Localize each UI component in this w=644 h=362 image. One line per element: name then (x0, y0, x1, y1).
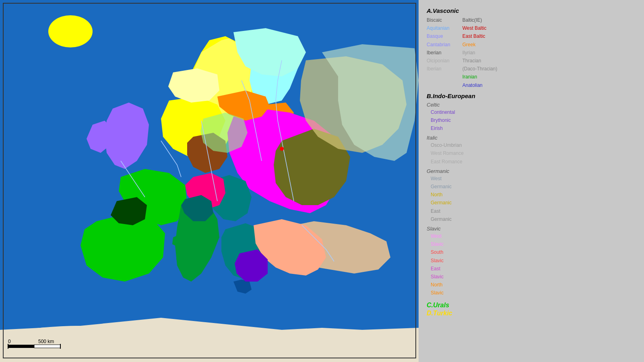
legend-east-romance: East Romance (431, 158, 636, 166)
svg-rect-5 (8, 345, 34, 348)
svg-point-11 (280, 147, 284, 151)
legend-west-slavic-2: Slavic (431, 241, 636, 248)
map-svg: 0 500 km (0, 0, 419, 362)
legend-east-slavic-2: Slavic (431, 273, 636, 281)
legend-aquitanian: Aquitanian (427, 25, 450, 32)
legend-west-romance: West Romance (431, 150, 636, 157)
legend-biscaic: Biscaic (427, 16, 450, 24)
legend-iberian: Iberian (427, 49, 450, 57)
legend-basque: Basque (427, 33, 450, 40)
section-b-title: B.Indo-European (427, 93, 636, 99)
legend-daco-thracian: (Daco-Thracian) (462, 65, 497, 73)
legend-panel: A.Vasconic Biscaic Aquitanian Basque Can… (419, 0, 644, 362)
legend-south-slavic-1: South (431, 249, 636, 256)
legend-east-slavic-1: East (431, 265, 636, 273)
legend-north-germanic-1: North (431, 191, 636, 199)
legend-north-germanic-2: Germanic (431, 199, 636, 207)
legend-greek: Greek (462, 41, 497, 49)
legend-continental: Continental (431, 109, 636, 116)
legend-east-germanic-1: East (431, 208, 636, 215)
section-d-title: D.Turkic (427, 310, 636, 317)
legend-west-germanic-1: West (431, 175, 636, 183)
legend-iranian: Iranian (462, 73, 497, 81)
legend-west-baltic: West Baltic (462, 25, 497, 32)
legend-anatolian: Anatolian (462, 82, 497, 89)
legend-north-slavic-2: Slavic (431, 289, 636, 297)
legend-celtic: Celtic (427, 102, 636, 108)
section-a-title: A.Vasconic (427, 7, 636, 14)
legend-cantabrian: Cantabrian (427, 41, 450, 49)
legend-eirish: Eirish (431, 125, 636, 132)
legend-east-germanic-2: Germanic (431, 216, 636, 223)
legend-east-baltic: East Baltic (462, 33, 497, 40)
legend-iberian2: Iberian (427, 65, 450, 73)
svg-point-3 (48, 15, 93, 47)
legend-north-slavic-1: North (431, 281, 636, 289)
legend-south-slavic-2: Slavic (431, 257, 636, 265)
legend-slavic: Slavic (427, 226, 636, 232)
legend-olciponian: Olciponian (427, 57, 450, 65)
legend-baltic-ie: Baltic(IE) (462, 16, 497, 24)
legend-thracian: Thracian (462, 57, 497, 65)
legend-osco-umbrian: Osco-Umbrian (431, 142, 636, 149)
map-container: 0 500 km (0, 0, 419, 362)
legend-west-slavic-1: West (431, 232, 636, 240)
svg-text:500 km: 500 km (38, 339, 54, 344)
legend-italic: Italic (427, 135, 636, 141)
legend-brythonic: Brythonic (431, 117, 636, 124)
legend-ilyrian: Ilyrian (462, 49, 497, 57)
section-c-title: C.Urals (427, 302, 636, 309)
legend-germanic: Germanic (427, 168, 636, 174)
legend-west-germanic-2: Germanic (431, 183, 636, 191)
svg-rect-6 (34, 345, 60, 348)
svg-text:0: 0 (8, 339, 11, 344)
